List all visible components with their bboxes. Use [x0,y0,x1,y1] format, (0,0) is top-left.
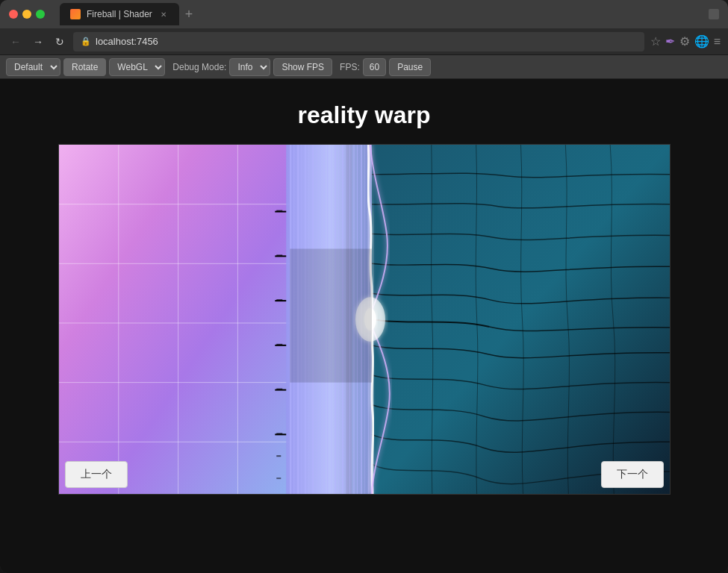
webgl-select[interactable]: WebGL [109,58,165,76]
browser-toolbar-icons: ☆ ✒ ⚙ 🌐 ≡ [650,34,721,48]
traffic-lights [9,10,45,19]
extensions-icon[interactable]: ⚙ [679,34,690,48]
forward-button[interactable]: → [30,34,46,49]
maximize-button[interactable] [36,10,45,19]
svg-rect-46 [276,389,282,390]
tab-close-button[interactable]: ✕ [158,9,169,19]
fps-label: FPS: [340,62,360,72]
share-icon[interactable]: ✒ [665,34,675,48]
bookmark-icon[interactable]: ☆ [650,34,661,48]
shader-title: reality warp [298,101,431,129]
url-lock-icon: 🔒 [81,37,91,46]
refresh-button[interactable]: ↻ [52,34,67,49]
window-control-right [709,9,719,19]
prev-button[interactable]: 上一个 [65,461,128,488]
browser-window: Fireball | Shader ✕ + ← → ↻ 🔒 localhost:… [0,0,728,573]
svg-rect-44 [276,299,282,301]
translate-icon[interactable]: 🌐 [694,34,709,48]
close-button[interactable] [9,10,18,19]
url-bar[interactable]: 🔒 localhost:7456 [73,32,644,51]
shader-visual: 上一个 下一个 [59,145,670,494]
svg-rect-45 [276,344,282,345]
show-fps-button[interactable]: Show FPS [273,58,332,76]
tab-title: Fireball | Shader [87,9,152,19]
pause-button[interactable]: Pause [389,58,431,76]
debug-mode-label: Debug Mode: [172,62,226,72]
svg-rect-47 [276,433,282,434]
menu-icon[interactable]: ≡ [714,35,721,48]
nav-buttons: 上一个 下一个 [59,455,670,494]
warp-svg [59,145,670,494]
tab-favicon-icon [70,9,81,19]
address-bar: ← → ↻ 🔒 localhost:7456 ☆ ✒ ⚙ 🌐 ≡ [0,28,728,55]
active-tab[interactable]: Fireball | Shader ✕ [60,3,179,25]
new-tab-button[interactable]: + [179,7,199,22]
tab-bar: Fireball | Shader ✕ + [60,3,703,25]
svg-rect-32 [371,145,669,494]
main-content: reality warp [0,79,728,573]
default-select[interactable]: Default [6,58,60,76]
fps-value: 60 [363,58,386,76]
back-button[interactable]: ← [7,34,24,49]
title-bar: Fireball | Shader ✕ + [0,0,728,28]
debug-mode-select[interactable]: Info [229,58,270,76]
svg-rect-41 [290,248,372,382]
app-toolbar: Default Rotate WebGL Debug Mode: Info Sh… [0,55,728,79]
rotate-button[interactable]: Rotate [63,58,106,76]
svg-rect-43 [276,254,282,256]
url-text: localhost:7456 [96,36,158,47]
next-button[interactable]: 下一个 [601,461,664,488]
svg-rect-42 [276,210,282,212]
minimize-button[interactable] [22,10,31,19]
canvas-container: 上一个 下一个 [58,144,671,495]
